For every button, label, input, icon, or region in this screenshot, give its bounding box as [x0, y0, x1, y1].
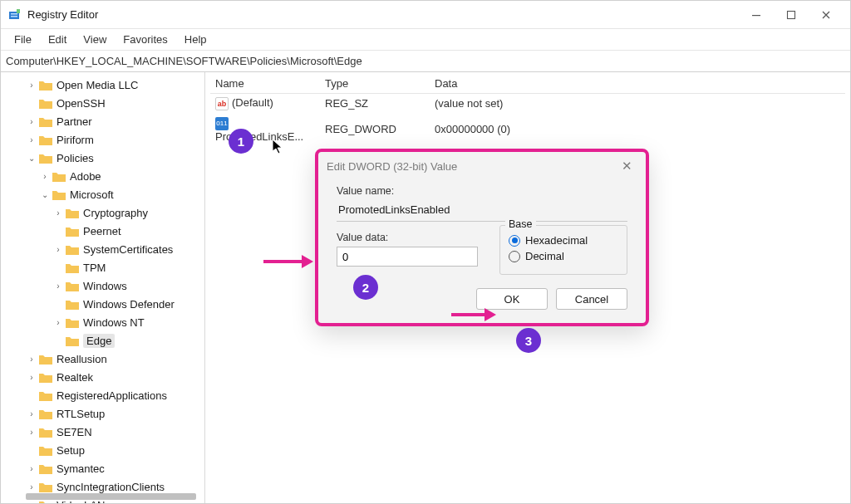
menu-edit[interactable]: Edit	[40, 31, 75, 48]
value-name-field[interactable]: PromotedLinksEnabled	[337, 200, 627, 222]
folder-icon	[66, 281, 79, 291]
tree-node[interactable]: ›RegisteredApplications	[7, 386, 204, 404]
minimize-button[interactable]	[739, 1, 774, 28]
chevron-right-icon[interactable]: ›	[39, 172, 51, 181]
cancel-button[interactable]: Cancel	[556, 288, 627, 310]
tree-node[interactable]: ›Cryptography	[7, 203, 204, 222]
chevron-right-icon[interactable]: ›	[52, 245, 64, 254]
tree-node[interactable]: ›Windows Defender	[7, 295, 204, 313]
chevron-right-icon[interactable]: ›	[26, 482, 37, 492]
dialog-title: Edit DWORD (32-bit) Value	[327, 160, 616, 173]
tree-node[interactable]: ›Setup	[7, 441, 204, 459]
tree-node[interactable]: ⌄Microsoft	[7, 185, 204, 203]
chevron-down-icon[interactable]: ⌄	[39, 190, 51, 199]
chevron-down-icon[interactable]: ⌄	[26, 154, 37, 163]
radio-icon[interactable]	[509, 235, 520, 247]
folder-icon	[39, 116, 52, 127]
reg-sz-icon: ab	[215, 97, 229, 110]
tree-node[interactable]: ›SystemCertificates	[7, 240, 204, 258]
value-data-input[interactable]	[337, 247, 478, 267]
value-name-cell: 011PromotedLinksE...	[210, 113, 320, 145]
annotation-badge-1: 1	[229, 129, 253, 154]
chevron-right-icon[interactable]: ›	[26, 373, 37, 382]
menu-file[interactable]: File	[6, 31, 40, 48]
tree-node[interactable]: ›Symantec	[7, 459, 204, 477]
menu-help[interactable]: Help	[176, 31, 215, 48]
chevron-right-icon[interactable]: ›	[26, 355, 37, 364]
address-bar[interactable]: Computer\HKEY_LOCAL_MACHINE\SOFTWARE\Pol…	[1, 51, 850, 72]
menu-view[interactable]: View	[75, 31, 115, 48]
radio-icon[interactable]	[509, 251, 520, 262]
tree-node[interactable]: ›Windows	[7, 276, 204, 295]
tree-node[interactable]: ›Windows NT	[7, 313, 204, 331]
list-row[interactable]: ab(Default) REG_SZ (value not set)	[210, 94, 845, 113]
tree-node[interactable]: ›TPM	[7, 258, 204, 276]
close-icon[interactable]: ✕	[616, 159, 637, 174]
folder-icon	[66, 208, 79, 218]
radio-dec-label: Decimal	[525, 250, 564, 262]
tree-node[interactable]: ›Open Media LLC	[7, 76, 204, 94]
chevron-right-icon[interactable]: ›	[26, 428, 37, 437]
dialog-title-bar[interactable]: Edit DWORD (32-bit) Value ✕	[318, 152, 646, 180]
ok-button[interactable]: OK	[476, 288, 548, 310]
folder-icon	[39, 390, 52, 401]
list-header: Name Type Data	[210, 74, 845, 94]
folder-icon	[39, 98, 52, 109]
window-title: Registry Editor	[27, 8, 739, 21]
folder-icon	[66, 335, 79, 346]
folder-icon	[39, 135, 52, 145]
column-data[interactable]: Data	[430, 74, 845, 93]
tree-node[interactable]: ›Partner	[7, 112, 204, 130]
horizontal-scrollbar[interactable]	[26, 493, 196, 500]
folder-icon	[39, 409, 52, 419]
list-row[interactable]: 011PromotedLinksE... REG_DWORD 0x0000000…	[210, 113, 845, 145]
chevron-right-icon[interactable]: ›	[26, 117, 37, 126]
tree-node[interactable]: ›Piriform	[7, 130, 204, 149]
tree-node[interactable]: ›RTLSetup	[7, 404, 204, 423]
folder-icon	[52, 189, 66, 200]
title-bar: Registry Editor	[1, 1, 850, 29]
annotation-arrow	[263, 255, 313, 268]
menu-bar: File Edit View Favorites Help	[1, 29, 850, 51]
column-name[interactable]: Name	[210, 74, 320, 93]
tree-node[interactable]: ›Realtek	[7, 368, 204, 386]
chevron-right-icon[interactable]: ›	[26, 464, 37, 473]
tree-node[interactable]: ⌄Policies	[7, 149, 204, 167]
reg-dword-icon: 011	[215, 117, 229, 130]
chevron-right-icon[interactable]: ›	[26, 81, 37, 90]
folder-icon	[66, 299, 79, 310]
address-text[interactable]: Computer\HKEY_LOCAL_MACHINE\SOFTWARE\Pol…	[6, 55, 845, 67]
maximize-button[interactable]	[774, 1, 809, 28]
menu-favorites[interactable]: Favorites	[115, 31, 175, 48]
folder-icon	[39, 427, 52, 438]
column-type[interactable]: Type	[320, 74, 430, 93]
radio-decimal[interactable]: Decimal	[509, 250, 618, 262]
folder-icon	[39, 463, 52, 474]
chevron-right-icon[interactable]: ›	[52, 281, 64, 291]
folder-icon	[39, 500, 52, 504]
folder-icon	[39, 153, 52, 164]
tree-node[interactable]: ›Reallusion	[7, 350, 204, 368]
chevron-right-icon[interactable]: ›	[26, 135, 37, 144]
radio-hex-label: Hexadecimal	[525, 234, 588, 247]
svg-rect-1	[11, 13, 17, 15]
tree-node[interactable]: ›Adobe	[7, 167, 204, 185]
tree-node[interactable]: ›SE7EN	[7, 423, 204, 441]
chevron-right-icon[interactable]: ›	[52, 208, 64, 218]
close-button[interactable]	[809, 1, 844, 28]
folder-icon	[66, 244, 79, 255]
chevron-right-icon[interactable]: ›	[52, 318, 64, 327]
folder-icon	[66, 226, 79, 237]
chevron-right-icon[interactable]: ›	[26, 409, 37, 418]
chevron-right-icon[interactable]: ›	[26, 501, 37, 504]
svg-rect-2	[11, 16, 17, 17]
radio-hexadecimal[interactable]: Hexadecimal	[509, 234, 618, 247]
regedit-icon	[7, 7, 22, 22]
tree-pane[interactable]: ›Open Media LLC ›OpenSSH ›Partner ›Pirif…	[1, 72, 205, 503]
tree-node-edge[interactable]: ›Edge	[7, 331, 204, 350]
svg-rect-3	[17, 9, 20, 13]
annotation-arrow	[451, 308, 496, 321]
registry-editor-window: Registry Editor File Edit View Favorites…	[0, 0, 851, 504]
tree-node[interactable]: ›OpenSSH	[7, 94, 204, 112]
tree-node[interactable]: ›Peernet	[7, 222, 204, 240]
